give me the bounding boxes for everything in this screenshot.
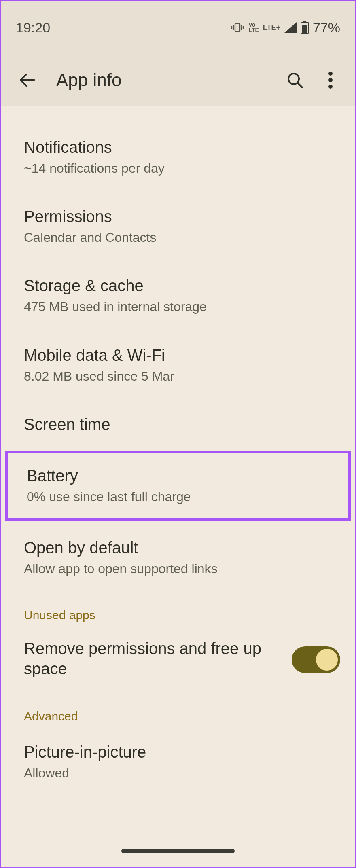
- toggle-switch[interactable]: [292, 646, 340, 673]
- item-battery[interactable]: Battery 0% use since last full charge: [5, 451, 351, 521]
- battery-icon: [301, 21, 309, 34]
- item-open-by-default[interactable]: Open by default Allow app to open suppor…: [1, 523, 355, 592]
- svg-point-12: [328, 78, 333, 82]
- item-subtitle: 475 MB used in internal storage: [24, 298, 332, 315]
- svg-rect-7: [302, 25, 307, 33]
- svg-line-10: [298, 83, 302, 87]
- back-button[interactable]: [16, 68, 40, 92]
- battery-percent: 77%: [313, 20, 340, 36]
- page-title: App info: [56, 70, 269, 90]
- search-button[interactable]: [285, 70, 305, 90]
- vibrate-icon: [231, 22, 244, 33]
- item-subtitle: 8.02 MB used since 5 Mar: [24, 368, 332, 385]
- lte-icon: LTE+: [263, 24, 280, 31]
- item-remove-permissions[interactable]: Remove permissions and free up space: [1, 626, 355, 693]
- item-title: Permissions: [24, 206, 332, 227]
- item-picture-in-picture[interactable]: Picture-in-picture Allowed: [1, 727, 355, 796]
- item-subtitle: Allow app to open supported links: [24, 560, 332, 578]
- item-subtitle: 0% use since last full charge: [27, 488, 329, 506]
- svg-point-11: [328, 72, 333, 76]
- item-title: Remove permissions and free up space: [24, 638, 282, 679]
- item-title: Mobile data & Wi‑Fi: [24, 345, 332, 365]
- volte-icon: Vo LTE: [248, 22, 259, 32]
- item-permissions[interactable]: Permissions Calendar and Contacts: [1, 192, 355, 261]
- item-subtitle: ~14 notifications per day: [24, 160, 332, 177]
- settings-list: Notifications ~14 notifications per day …: [1, 106, 355, 796]
- status-time: 19:20: [16, 20, 50, 36]
- item-title: Open by default: [24, 538, 332, 558]
- item-subtitle: Calendar and Contacts: [24, 229, 332, 246]
- signal-icon: [284, 22, 297, 33]
- section-advanced: Advanced: [1, 693, 355, 727]
- svg-rect-0: [235, 23, 240, 32]
- status-icons: Vo LTE LTE+ 77%: [231, 20, 340, 36]
- item-subtitle: Allowed: [24, 764, 332, 782]
- status-bar: 19:20 Vo LTE LTE+ 77%: [1, 1, 355, 54]
- item-notifications[interactable]: Notifications ~14 notifications per day: [1, 123, 355, 192]
- item-title: Notifications: [24, 137, 332, 157]
- item-mobile-data[interactable]: Mobile data & Wi‑Fi 8.02 MB used since 5…: [1, 330, 355, 400]
- item-screen-time[interactable]: Screen time: [1, 400, 355, 449]
- app-bar: App info: [1, 54, 355, 106]
- item-title: Screen time: [24, 414, 332, 434]
- svg-point-13: [328, 85, 333, 89]
- item-storage[interactable]: Storage & cache 475 MB used in internal …: [1, 261, 355, 330]
- section-unused-apps: Unused apps: [1, 592, 355, 626]
- item-title: Battery: [27, 466, 329, 486]
- more-button[interactable]: [321, 70, 340, 90]
- home-indicator[interactable]: [121, 849, 235, 853]
- item-title: Picture-in-picture: [24, 742, 332, 762]
- item-title: Storage & cache: [24, 275, 332, 296]
